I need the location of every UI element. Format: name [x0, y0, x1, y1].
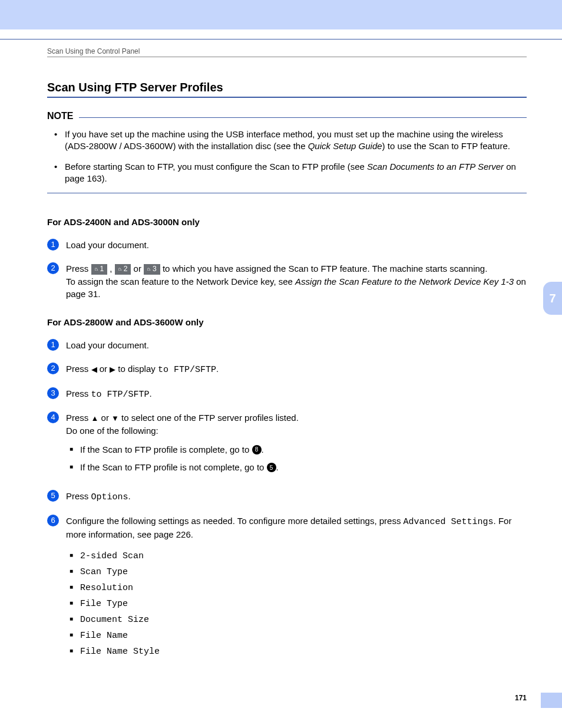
section-a-heading: For ADS-2400N and ADS-3000N only	[47, 217, 527, 227]
step-text: To assign the scan feature to the Networ…	[66, 276, 295, 286]
step-body: Load your document.	[66, 239, 527, 252]
step: 2 Press ◀ or ▶ to display to FTP/SFTP.	[47, 363, 527, 377]
section-b-heading: For ADS-2800W and ADS-3600W only	[47, 317, 527, 327]
step-text: Press	[66, 413, 91, 423]
setting-item: 2-sided Scan	[70, 548, 527, 564]
step: 6 Configure the following settings as ne…	[47, 515, 527, 660]
step: 1 Load your document.	[47, 239, 527, 252]
note-line	[79, 117, 527, 118]
key-label: 2	[124, 264, 128, 274]
breadcrumb-rule	[47, 57, 527, 57]
sub-bullet: If the Scan to FTP profile is not comple…	[70, 461, 527, 475]
step-text: .	[128, 491, 131, 501]
network-key-1: ⏢1	[91, 264, 108, 275]
left-arrow-icon: ◀	[91, 365, 97, 374]
step-number-3: 3	[47, 387, 59, 399]
step-text: .	[216, 364, 219, 374]
note-text: Before starting Scan to FTP, you must co…	[65, 162, 367, 172]
step: 2 Press ⏢1 , ⏢2 or ⏢3 to which you have …	[47, 262, 527, 301]
step-text: or	[98, 413, 111, 423]
step-number-1: 1	[47, 239, 59, 251]
step-body: Press ▲ or ▼ to select one of the FTP se…	[66, 411, 527, 479]
step-number-2: 2	[47, 363, 59, 374]
note-label: NOTE	[47, 111, 73, 121]
menu-path: Advanced Settings	[404, 517, 494, 527]
step-text: Press	[66, 364, 91, 374]
header-rule	[0, 39, 562, 39]
step-body: Press ⏢1 , ⏢2 or ⏢3 to which you have as…	[66, 262, 527, 301]
page-accent	[541, 693, 562, 708]
page-content: Scan Using the Control Panel Scan Using …	[47, 47, 527, 670]
step-text: to which you have assigned the Scan to F…	[163, 263, 487, 274]
step-number-5: 5	[47, 490, 59, 502]
breadcrumb: Scan Using the Control Panel	[47, 47, 527, 55]
sub-bullet: If the Scan to FTP profile is complete, …	[70, 443, 527, 457]
right-arrow-icon: ▶	[110, 365, 115, 374]
step-ref-dot: 5	[267, 463, 276, 472]
setting-item: File Type	[70, 596, 527, 612]
step-text: to select one of the FTP server profiles…	[119, 413, 299, 423]
step-ref-dot: 8	[252, 445, 262, 454]
step-number-2: 2	[47, 262, 59, 274]
setting-item: Resolution	[70, 580, 527, 596]
setting-item: Scan Type	[70, 564, 527, 580]
step-body: Press to FTP/SFTP.	[66, 387, 527, 401]
step-text: Do one of the following:	[66, 426, 158, 436]
step-body: Press ◀ or ▶ to display to FTP/SFTP.	[66, 363, 527, 377]
step-text: Press	[66, 388, 91, 398]
network-key-2: ⏢2	[115, 264, 131, 275]
up-arrow-icon: ▲	[91, 414, 99, 423]
key-label: 3	[153, 264, 157, 274]
step: 1 Load your document.	[47, 339, 527, 352]
sub-bullet-list: If the Scan to FTP profile is complete, …	[66, 443, 527, 475]
page-number: 171	[515, 694, 527, 702]
note-body: If you have set up the machine using the…	[47, 129, 527, 185]
step-body: Press Options.	[66, 490, 527, 504]
network-key-3: ⏢3	[144, 264, 160, 275]
bullet-text: If the Scan to FTP profile is complete, …	[80, 444, 252, 454]
step-text: Press	[66, 491, 91, 501]
step-ref: Assign the Scan Feature to the Network D…	[295, 276, 514, 286]
step-body: Configure the following settings as need…	[66, 515, 527, 660]
step-number-1: 1	[47, 339, 59, 351]
menu-path: Options	[91, 492, 128, 502]
note-ref: Scan Documents to an FTP Server	[367, 162, 504, 172]
network-icon: ⏢	[147, 266, 150, 272]
setting-item: File Name Style	[70, 644, 527, 660]
bullet-text: If the Scan to FTP profile is not comple…	[80, 462, 267, 472]
step: 4 Press ▲ or ▼ to select one of the FTP …	[47, 411, 527, 479]
menu-path: to FTP/SFTP	[91, 390, 150, 400]
step-number-4: 4	[47, 411, 59, 423]
step-text: or	[97, 364, 110, 374]
setting-item: File Name	[70, 628, 527, 644]
key-label: 1	[100, 264, 104, 274]
setting-item: Document Size	[70, 612, 527, 628]
step-text: .	[150, 388, 152, 398]
header-bar	[0, 0, 562, 29]
page-title: Scan Using FTP Server Profiles	[47, 81, 527, 94]
note-header: NOTE	[47, 111, 527, 121]
step-text: to display	[115, 364, 158, 374]
note-item: If you have set up the machine using the…	[58, 129, 527, 153]
menu-path: to FTP/SFTP	[158, 365, 216, 375]
step: 5 Press Options.	[47, 490, 527, 504]
note-ref: Quick Setup Guide	[308, 141, 382, 151]
note-item: Before starting Scan to FTP, you must co…	[58, 161, 527, 185]
chapter-tab: 7	[543, 282, 562, 315]
note-end-rule	[47, 193, 527, 193]
network-icon: ⏢	[95, 266, 98, 272]
step-text: Configure the following settings as need…	[66, 516, 404, 526]
bullet-text: .	[262, 444, 264, 454]
title-rule	[47, 97, 527, 98]
bullet-text: .	[276, 462, 279, 472]
step-body: Load your document.	[66, 339, 527, 352]
step: 3 Press to FTP/SFTP.	[47, 387, 527, 401]
step-number-6: 6	[47, 515, 59, 526]
note-text: ) to use the Scan to FTP feature.	[382, 141, 510, 151]
step-text: Press	[66, 263, 91, 274]
down-arrow-icon: ▼	[111, 414, 119, 423]
network-icon: ⏢	[118, 266, 121, 272]
settings-list: 2-sided Scan Scan Type Resolution File T…	[66, 548, 527, 660]
